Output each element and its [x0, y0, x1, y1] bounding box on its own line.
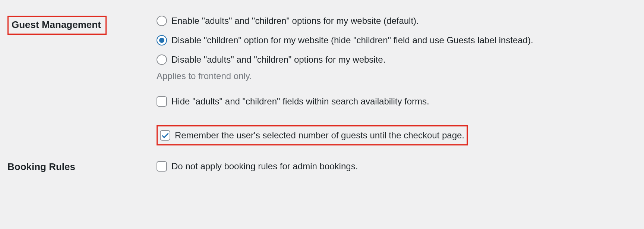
checkbox-label-remember-guests: Remember the user's selected number of g… [175, 130, 464, 141]
setting-label-cell-booking-rules: Booking Rules [7, 157, 157, 192]
settings-table: Guest Management Enable "adults" and "ch… [7, 11, 637, 192]
helper-text-guest-management: Applies to frontend only. [157, 71, 637, 81]
setting-content-cell-booking-rules: Do not apply booking rules for admin boo… [157, 157, 637, 192]
radio-label-disable-both: Disable "adults" and "children" options … [171, 54, 385, 65]
highlight-box-guest-management: Guest Management [7, 16, 107, 35]
checkbox-label-no-admin-rules: Do not apply booking rules for admin boo… [171, 161, 358, 172]
setting-content-cell: Enable "adults" and "children" options f… [157, 11, 637, 157]
setting-label-cell: Guest Management [7, 11, 157, 157]
highlight-box-remember-guests: Remember the user's selected number of g… [157, 125, 468, 145]
checkbox-input-remember-guests[interactable] [160, 130, 170, 141]
radio-option-enable[interactable]: Enable "adults" and "children" options f… [157, 16, 637, 26]
checkbox-option-no-admin-rules[interactable]: Do not apply booking rules for admin boo… [157, 161, 637, 172]
checkbox-option-remember-guests[interactable]: Remember the user's selected number of g… [160, 130, 464, 141]
radio-option-disable-both[interactable]: Disable "adults" and "children" options … [157, 54, 637, 65]
checkbox-input-no-admin-rules[interactable] [157, 161, 167, 172]
radio-option-disable-children[interactable]: Disable "children" option for my website… [157, 35, 637, 46]
checkbox-block: Hide "adults" and "children" fields with… [157, 96, 637, 107]
checkbox-option-hide-fields[interactable]: Hide "adults" and "children" fields with… [157, 96, 637, 107]
radio-label-disable-children: Disable "children" option for my website… [171, 35, 533, 46]
radio-input-disable-both[interactable] [157, 54, 167, 65]
radio-input-enable[interactable] [157, 16, 167, 26]
radio-input-disable-children[interactable] [157, 35, 167, 46]
radio-label-enable: Enable "adults" and "children" options f… [171, 16, 419, 26]
checkbox-input-hide-fields[interactable] [157, 96, 167, 107]
section-heading-booking-rules: Booking Rules [7, 161, 75, 173]
setting-row-guest-management: Guest Management Enable "adults" and "ch… [7, 11, 637, 157]
setting-row-booking-rules: Booking Rules Do not apply booking rules… [7, 157, 637, 192]
checkbox-label-hide-fields: Hide "adults" and "children" fields with… [171, 96, 429, 107]
section-heading-guest-management: Guest Management [12, 19, 101, 31]
